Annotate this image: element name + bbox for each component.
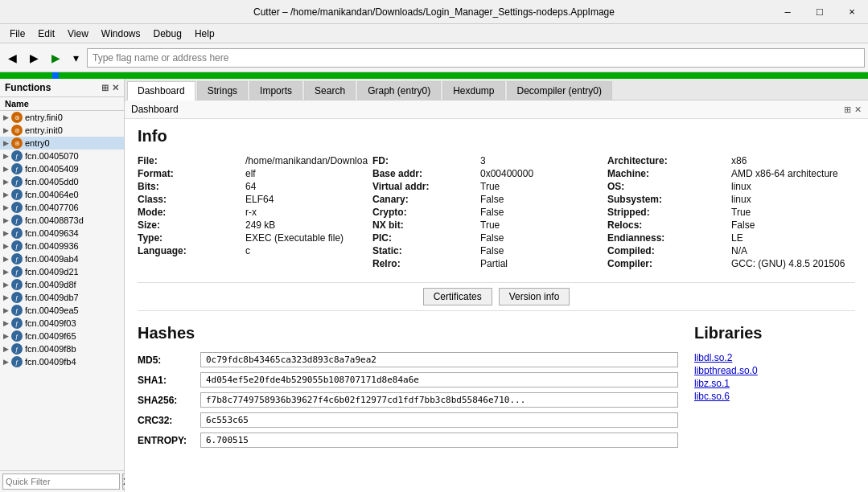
sidebar-item[interactable]: ▶ƒfcn.00409ea5 bbox=[0, 304, 124, 317]
tab-decompiler--entry0-[interactable]: Decompiler (entry0) bbox=[507, 81, 612, 100]
expand-arrow-icon: ▶ bbox=[3, 126, 9, 134]
sidebar-item[interactable]: ▶ƒfcn.00409d21 bbox=[0, 265, 124, 278]
tab-imports[interactable]: Imports bbox=[249, 81, 302, 100]
expand-arrow-icon: ▶ bbox=[3, 178, 9, 186]
sidebar-item[interactable]: ▶ƒfcn.00408873d bbox=[0, 214, 124, 227]
fn-icon: ƒ bbox=[11, 228, 23, 239]
tab-search[interactable]: Search bbox=[304, 81, 356, 100]
sidebar-item[interactable]: ▶ƒfcn.00407706 bbox=[0, 201, 124, 214]
expand-arrow-icon: ▶ bbox=[3, 139, 9, 147]
address-input[interactable] bbox=[87, 48, 865, 68]
version-info-button[interactable]: Version info bbox=[499, 288, 570, 305]
tab-bar: DashboardStringsImportsSearchGraph (entr… bbox=[125, 79, 868, 100]
expand-arrow-icon: ▶ bbox=[3, 319, 9, 327]
sidebar-item[interactable]: ▶⊛entry.init0 bbox=[0, 124, 124, 137]
info-heading: Info bbox=[138, 127, 855, 146]
close-button[interactable]: × bbox=[836, 0, 868, 23]
library-item[interactable]: libc.so.6 bbox=[694, 391, 855, 402]
sidebar-item[interactable]: ▶⊛entry.fini0 bbox=[0, 111, 124, 124]
sidebar-item[interactable]: ▶⊛entry0 bbox=[0, 137, 124, 150]
hash-row: ENTROPY:6.700515 bbox=[138, 433, 678, 448]
menu-debug[interactable]: Debug bbox=[147, 27, 188, 41]
menu-edit[interactable]: Edit bbox=[31, 27, 61, 41]
hash-label: CRC32: bbox=[138, 415, 194, 426]
run-button[interactable]: ▶ bbox=[47, 50, 65, 66]
dashboard-icon-expand[interactable]: ⊞ bbox=[844, 105, 851, 115]
back-button[interactable]: ◀ bbox=[3, 50, 22, 66]
fn-icon: ƒ bbox=[11, 279, 23, 290]
menu-help[interactable]: Help bbox=[188, 27, 221, 41]
tab-dashboard[interactable]: Dashboard bbox=[127, 81, 195, 100]
info-label: Mode: bbox=[138, 207, 242, 218]
fn-icon: ƒ bbox=[11, 202, 23, 213]
sidebar-item-label: entry.init0 bbox=[25, 125, 63, 135]
hash-rows: MD5:0c79fdc8b43465ca323d893c8a7a9ea2SHA1… bbox=[138, 352, 678, 448]
info-label: Language: bbox=[138, 245, 242, 256]
fn-icon: ƒ bbox=[11, 215, 23, 226]
sidebar-close-icon[interactable]: ✕ bbox=[112, 83, 119, 93]
library-item[interactable]: libdl.so.2 bbox=[694, 352, 855, 363]
sidebar-item[interactable]: ▶ƒfcn.00405dd0 bbox=[0, 175, 124, 188]
info-value bbox=[245, 258, 369, 269]
sidebar-item[interactable]: ▶ƒfcn.00409ab4 bbox=[0, 252, 124, 265]
sidebar-item-label: fcn.00409ab4 bbox=[25, 254, 79, 264]
sidebar-item-label: entry0 bbox=[25, 138, 50, 148]
sidebar-item[interactable]: ▶ƒfcn.00409f8b bbox=[0, 342, 124, 355]
menu-file[interactable]: File bbox=[3, 27, 31, 41]
info-value: elf bbox=[245, 168, 369, 179]
quick-filter-input[interactable] bbox=[2, 474, 120, 490]
quick-filter: X bbox=[0, 470, 124, 492]
sidebar-item[interactable]: ▶ƒfcn.00409f03 bbox=[0, 317, 124, 330]
info-label: FD: bbox=[372, 155, 477, 166]
sidebar-item[interactable]: ▶ƒfcn.00409f65 bbox=[0, 330, 124, 342]
expand-arrow-icon: ▶ bbox=[3, 152, 9, 160]
entry-icon: ⊛ bbox=[11, 137, 23, 149]
sidebar-item[interactable]: ▶ƒfcn.00405070 bbox=[0, 150, 124, 162]
menu-windows[interactable]: Windows bbox=[95, 27, 147, 41]
progress-bar bbox=[0, 72, 868, 79]
expand-arrow-icon: ▶ bbox=[3, 191, 9, 199]
minimize-button[interactable]: – bbox=[771, 0, 804, 23]
info-value: GCC: (GNU) 4.8.5 201506 bbox=[731, 258, 855, 269]
tab-hexdump[interactable]: Hexdump bbox=[442, 81, 504, 100]
library-item[interactable]: libpthread.so.0 bbox=[694, 365, 855, 376]
info-label: Relro: bbox=[372, 258, 477, 269]
info-label: Bits: bbox=[138, 181, 242, 192]
hash-value: 0c79fdc8b43465ca323d893c8a7a9ea2 bbox=[200, 352, 678, 367]
sidebar-item-label: fcn.00409f8b bbox=[25, 344, 76, 354]
run-dropdown[interactable]: ▾ bbox=[68, 50, 84, 66]
sidebar-item[interactable]: ▶ƒfcn.00409936 bbox=[0, 240, 124, 252]
sidebar-item[interactable]: ▶ƒfcn.00409d8f bbox=[0, 278, 124, 291]
hash-label: SHA1: bbox=[138, 375, 194, 386]
sidebar-item[interactable]: ▶ƒfcn.004064e0 bbox=[0, 188, 124, 201]
sidebar-item[interactable]: ▶ƒfcn.00409db7 bbox=[0, 291, 124, 304]
sidebar-item-label: fcn.00409936 bbox=[25, 241, 79, 251]
library-item[interactable]: libz.so.1 bbox=[694, 378, 855, 389]
tab-graph--entry0-[interactable]: Graph (entry0) bbox=[357, 81, 441, 100]
info-value: 0x00400000 bbox=[480, 168, 604, 179]
sidebar-item[interactable]: ▶ƒfcn.00405409 bbox=[0, 162, 124, 175]
sidebar-item[interactable]: ▶ƒfcn.00409fb4 bbox=[0, 355, 124, 368]
fn-icon: ƒ bbox=[11, 330, 23, 342]
lib-items: libdl.so.2libpthread.so.0libz.so.1libc.s… bbox=[694, 352, 855, 402]
sidebar-item[interactable]: ▶ƒfcn.00409634 bbox=[0, 227, 124, 240]
info-label: File: bbox=[138, 155, 242, 166]
maximize-button[interactable]: □ bbox=[804, 0, 836, 23]
expand-arrow-icon: ▶ bbox=[3, 229, 9, 237]
tab-strings[interactable]: Strings bbox=[197, 81, 248, 100]
hash-row: SHA256:f7b8c7749758936b39627f4c6b02f1297… bbox=[138, 392, 678, 408]
certificates-button[interactable]: Certificates bbox=[423, 288, 492, 305]
info-label: Subsystem: bbox=[607, 194, 728, 205]
fn-icon: ƒ bbox=[11, 318, 23, 329]
info-label: Format: bbox=[138, 168, 242, 179]
dashboard-icon-close[interactable]: ✕ bbox=[854, 105, 862, 115]
expand-arrow-icon: ▶ bbox=[3, 281, 9, 289]
fn-icon: ƒ bbox=[11, 292, 23, 303]
sidebar-icon-1[interactable]: ⊞ bbox=[101, 83, 109, 93]
menu-view[interactable]: View bbox=[61, 27, 95, 41]
forward-button[interactable]: ▶ bbox=[25, 50, 43, 66]
info-value: False bbox=[731, 219, 855, 231]
hash-row: CRC32:6c553c65 bbox=[138, 412, 678, 428]
sidebar-item-label: fcn.00409db7 bbox=[25, 293, 79, 302]
fn-icon: ƒ bbox=[11, 189, 23, 200]
